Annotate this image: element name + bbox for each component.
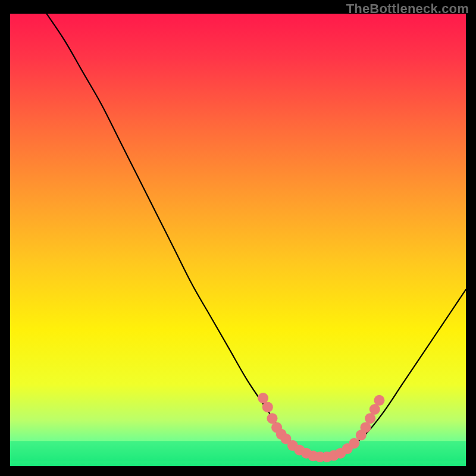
svg-rect-0 (10, 441, 466, 461)
highlight-dot (349, 438, 359, 449)
highlight-dot (267, 413, 277, 424)
chart-svg (10, 14, 466, 466)
highlight-dot (365, 413, 375, 424)
plot-area (10, 14, 466, 466)
highlight-dot (360, 422, 371, 433)
highlight-dot (369, 404, 380, 415)
highlight-dot (262, 402, 273, 412)
gradient-background (10, 14, 466, 466)
highlight-dot (374, 395, 384, 406)
chart-container: TheBottleneck.com (0, 0, 476, 476)
green-band (10, 441, 466, 461)
highlight-dot (258, 393, 268, 403)
